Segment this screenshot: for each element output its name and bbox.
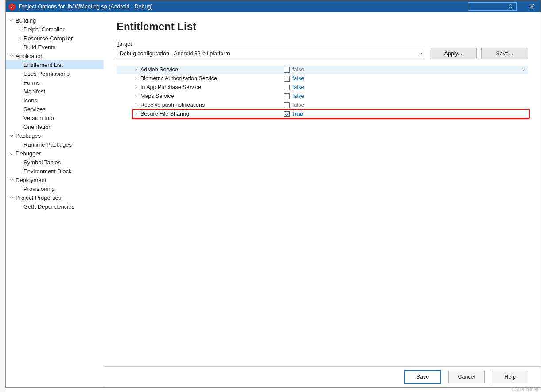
- tree-item-orientation[interactable]: Orientation: [6, 122, 104, 131]
- chevron-down-icon[interactable]: [522, 68, 528, 72]
- tree-item-forms[interactable]: Forms: [6, 78, 104, 87]
- tree-label: Orientation: [23, 124, 52, 130]
- entitlement-checkbox[interactable]: [284, 76, 290, 82]
- tree-item-entitlement-list[interactable]: Entitlement List: [6, 60, 104, 69]
- chevron-down-icon: [8, 18, 14, 23]
- help-button[interactable]: Help: [492, 371, 528, 383]
- titlebar-search[interactable]: [468, 2, 517, 11]
- chevron-right-icon: [16, 35, 22, 41]
- tree-item-debugger[interactable]: Debugger: [6, 149, 104, 158]
- tree-label: Project Properties: [16, 194, 61, 201]
- entitlement-value: false: [292, 66, 304, 73]
- save-target-button[interactable]: Save...: [481, 48, 528, 59]
- tree-label: Forms: [23, 79, 40, 86]
- entitlement-checkbox[interactable]: [284, 111, 290, 117]
- tree-label: Version Info: [23, 115, 54, 121]
- entitlement-value: true: [292, 111, 303, 117]
- close-icon: [529, 4, 534, 9]
- tree-label: Resource Compiler: [23, 35, 73, 42]
- tree-item-getit-dependencies[interactable]: GetIt Dependencies: [6, 202, 104, 211]
- chevron-right-icon: [134, 103, 138, 107]
- tree-label: Build Events: [23, 44, 55, 50]
- chevron-down-icon: [8, 151, 14, 156]
- chevron-right-icon: [134, 94, 138, 98]
- target-select-value: Debug configuration - Android 32-bit pla…: [120, 50, 230, 57]
- chevron-down-icon: [8, 53, 14, 58]
- close-button[interactable]: [523, 0, 541, 12]
- entitlement-row[interactable]: Receive push notificationsfalse: [117, 101, 528, 109]
- tree-item-services[interactable]: Services: [6, 105, 104, 113]
- entitlement-row[interactable]: Secure File Sharingtrue: [117, 109, 528, 118]
- editor-gutter: [0, 0, 5, 392]
- chevron-down-icon: [8, 133, 14, 138]
- entitlement-name: In App Purchase Service: [140, 84, 201, 90]
- tree-label: Icons: [23, 97, 37, 104]
- tree-label: Deployment: [16, 177, 46, 183]
- chevron-right-icon: [134, 77, 138, 80]
- chevron-right-icon: [134, 68, 138, 71]
- tree-item-manifest[interactable]: Manifest: [6, 87, 104, 96]
- target-label: Target: [117, 41, 528, 47]
- tree-label: Entitlement List: [23, 62, 63, 68]
- entitlement-row[interactable]: In App Purchase Servicefalse: [117, 83, 528, 92]
- chevron-down-icon: [8, 177, 14, 182]
- app-icon: [8, 3, 16, 10]
- chevron-right-icon: [134, 112, 138, 116]
- entitlement-checkbox[interactable]: [284, 67, 290, 73]
- page-heading: Entitlement List: [117, 20, 528, 33]
- chevron-down-icon: [418, 52, 422, 56]
- apply-button[interactable]: Apply...: [430, 48, 477, 59]
- entitlement-value: false: [292, 102, 304, 108]
- target-select[interactable]: Debug configuration - Android 32-bit pla…: [117, 48, 425, 59]
- svg-line-1: [512, 8, 513, 9]
- options-tree[interactable]: Building Delphi Compiler Resource Compil…: [6, 12, 104, 387]
- entitlement-row[interactable]: Maps Servicefalse: [117, 92, 528, 101]
- entitlement-row[interactable]: Biometric Authorization Servicefalse: [117, 74, 528, 83]
- chevron-right-icon: [16, 27, 22, 32]
- tree-label: Runtime Packages: [23, 141, 72, 148]
- tree-label: Manifest: [23, 88, 45, 95]
- tree-item-resource-compiler[interactable]: Resource Compiler: [6, 34, 104, 43]
- tree-item-version-info[interactable]: Version Info: [6, 113, 104, 122]
- dialog-button-bar: Save Cancel Help: [104, 366, 541, 387]
- tree-item-deployment[interactable]: Deployment: [6, 175, 104, 184]
- tree-item-packages[interactable]: Packages: [6, 131, 104, 140]
- search-icon: [508, 4, 514, 9]
- tree-item-environment-block[interactable]: Environment Block: [6, 167, 104, 175]
- window-title: Project Options for libJWMeeting.so (And…: [19, 4, 153, 10]
- tree-label: GetIt Dependencies: [23, 203, 74, 210]
- entitlement-name: Maps Service: [140, 93, 174, 99]
- content-pane: Entitlement List Target Debug configurat…: [104, 12, 541, 366]
- tree-label: Services: [23, 106, 46, 113]
- save-button[interactable]: Save: [404, 370, 441, 384]
- watermark: CSDN @lqen: [512, 387, 538, 392]
- entitlement-name: AdMob Service: [140, 66, 178, 73]
- entitlement-checkbox[interactable]: [284, 85, 290, 90]
- entitlement-checkbox[interactable]: [284, 102, 290, 108]
- entitlement-value: false: [292, 75, 304, 82]
- tree-item-building[interactable]: Building: [6, 16, 104, 25]
- svg-point-0: [509, 4, 512, 8]
- cancel-button[interactable]: Cancel: [448, 371, 485, 383]
- chevron-right-icon: [134, 85, 138, 89]
- tree-item-application[interactable]: Application: [6, 51, 104, 60]
- entitlement-value: false: [292, 84, 304, 90]
- tree-item-build-events[interactable]: Build Events: [6, 43, 104, 51]
- entitlement-name: Secure File Sharing: [140, 111, 189, 117]
- entitlement-row[interactable]: AdMob Servicefalse: [117, 65, 528, 74]
- tree-label: Delphi Compiler: [23, 26, 64, 33]
- tree-item-icons[interactable]: Icons: [6, 96, 104, 105]
- tree-item-uses-permissions[interactable]: Uses Permissions: [6, 69, 104, 78]
- entitlement-value: false: [292, 93, 304, 99]
- titlebar: Project Options for libJWMeeting.so (And…: [6, 0, 541, 12]
- tree-label: Packages: [16, 132, 41, 139]
- tree-item-project-properties[interactable]: Project Properties: [6, 193, 104, 202]
- tree-item-symbol-tables[interactable]: Symbol Tables: [6, 158, 104, 167]
- tree-item-provisioning[interactable]: Provisioning: [6, 184, 104, 193]
- tree-item-runtime-packages[interactable]: Runtime Packages: [6, 140, 104, 149]
- entitlement-checkbox[interactable]: [284, 93, 290, 99]
- project-options-dialog: Project Options for libJWMeeting.so (And…: [5, 0, 541, 388]
- tree-label: Uses Permissions: [23, 70, 70, 77]
- tree-item-delphi-compiler[interactable]: Delphi Compiler: [6, 25, 104, 34]
- chevron-down-icon: [8, 195, 14, 200]
